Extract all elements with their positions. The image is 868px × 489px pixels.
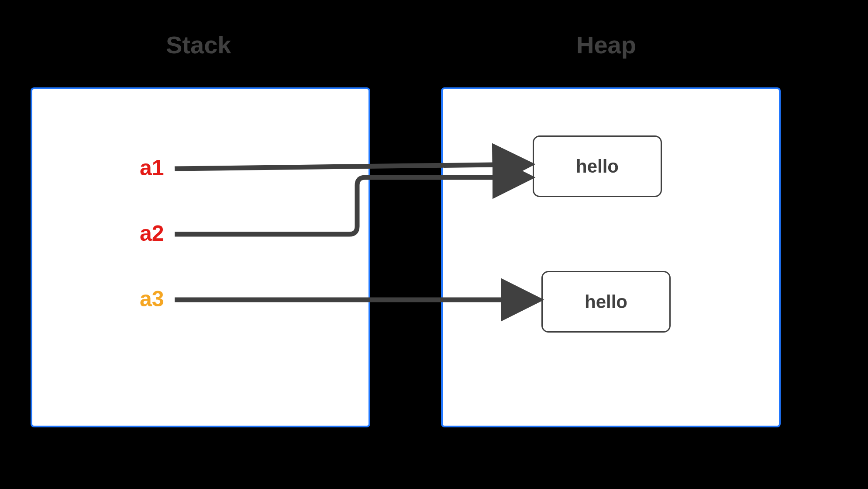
stack-title: Stack	[166, 31, 231, 59]
heap-obj2: hello	[541, 271, 671, 333]
var-a2: a2	[140, 221, 164, 246]
heap-title: Heap	[576, 31, 636, 59]
var-a3: a3	[140, 286, 164, 312]
heap-obj2-text: hello	[585, 291, 627, 312]
heap-obj1-text: hello	[576, 156, 619, 177]
var-a1: a1	[140, 155, 164, 180]
heap-obj1: hello	[533, 135, 662, 197]
stack-box	[31, 87, 370, 427]
